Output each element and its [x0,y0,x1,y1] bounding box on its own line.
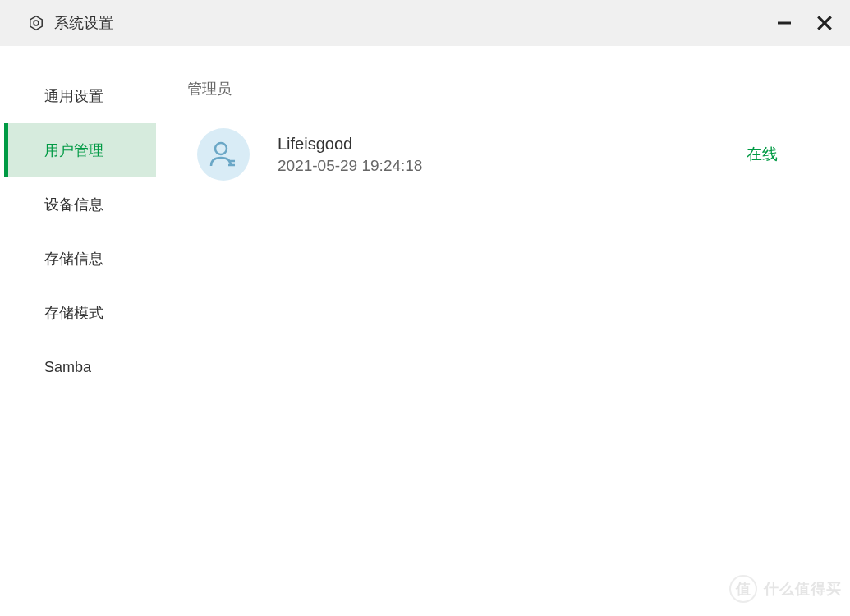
watermark-text: 什么值得买 [764,579,842,599]
user-name: Lifeisgood [278,135,747,154]
sidebar-item-label: 存储信息 [44,249,103,269]
user-info: Lifeisgood 2021-05-29 19:24:18 [278,135,747,175]
sidebar-item-samba[interactable]: Samba [8,340,156,394]
user-timestamp: 2021-05-29 19:24:18 [278,157,747,175]
sidebar-item-device[interactable]: 设备信息 [8,177,156,232]
title-bar: 系统设置 [0,0,850,46]
window-controls [776,14,834,32]
user-icon [207,138,240,171]
settings-icon [28,15,44,31]
avatar [197,128,250,181]
sidebar-item-users[interactable]: 用户管理 [8,123,156,177]
sidebar-item-storage-mode[interactable]: 存储模式 [8,286,156,340]
watermark: 值 什么值得买 [729,575,842,603]
sidebar-item-label: 用户管理 [44,140,103,160]
sidebar: 通用设置 用户管理 设备信息 存储信息 存储模式 Samba [4,46,156,616]
minimize-button[interactable] [776,15,793,31]
user-row[interactable]: Lifeisgood 2021-05-29 19:24:18 在线 [187,122,819,187]
sidebar-item-label: 存储模式 [44,303,103,323]
sidebar-item-label: 通用设置 [44,86,103,106]
svg-marker-0 [30,16,42,30]
window-title: 系统设置 [54,13,113,33]
svg-point-5 [215,143,227,154]
watermark-badge: 值 [729,575,757,603]
title-bar-left: 系统设置 [28,13,113,33]
sidebar-item-general[interactable]: 通用设置 [8,69,156,123]
user-status: 在线 [747,144,778,165]
sidebar-item-label: Samba [44,359,91,376]
sidebar-item-label: 设备信息 [44,195,103,214]
close-button[interactable] [816,14,834,32]
sidebar-item-storage-info[interactable]: 存储信息 [8,232,156,286]
svg-point-1 [34,21,39,25]
section-title: 管理员 [187,79,819,99]
content-area: 管理员 Lifeisgood 2021-05-29 19:24:18 在线 [156,46,850,616]
body: 通用设置 用户管理 设备信息 存储信息 存储模式 Samba 管理员 [0,46,850,616]
